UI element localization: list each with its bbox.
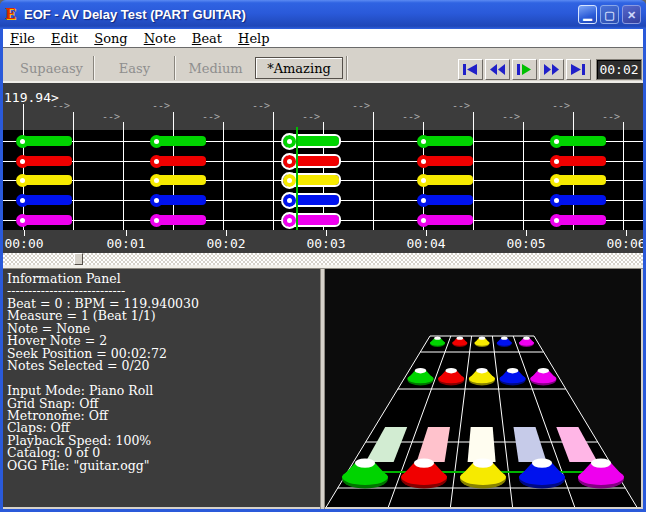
beat-arrow-icon: -->	[52, 101, 70, 111]
beat-arrow-icon: -->	[252, 101, 270, 111]
rewind-button[interactable]	[485, 59, 510, 80]
note-tail[interactable]	[22, 215, 72, 225]
note-center-dot	[287, 159, 292, 164]
tab-amazing[interactable]: *Amazing	[255, 57, 343, 79]
note[interactable]	[283, 155, 296, 168]
gem-top-highlight	[457, 337, 464, 340]
note[interactable]	[283, 214, 296, 227]
gem-top-highlight	[479, 337, 486, 340]
note-center-dot	[554, 178, 559, 183]
gem-skirt	[401, 469, 447, 485]
menu-item-help[interactable]: Help	[238, 31, 270, 46]
note-center-dot	[554, 159, 559, 164]
note[interactable]	[550, 214, 563, 227]
fast-forward-button[interactable]	[539, 59, 564, 80]
note[interactable]	[283, 194, 296, 207]
note[interactable]	[150, 194, 163, 207]
gem-skirt	[519, 340, 534, 345]
tab-supaeasy[interactable]: Supaeasy	[10, 57, 93, 79]
note[interactable]	[16, 194, 29, 207]
note-tail[interactable]	[156, 175, 206, 185]
note-tail[interactable]	[156, 156, 206, 166]
beat-line	[123, 130, 124, 230]
menu-item-beat[interactable]: Beat	[192, 31, 222, 46]
timeline[interactable]: 00:0000:0100:0200:0300:0400:0500:06	[3, 230, 643, 253]
note-tail[interactable]	[556, 215, 606, 225]
menu-item-file[interactable]: File	[10, 31, 35, 46]
timeline-label: 00:06	[606, 236, 643, 251]
note-tail[interactable]	[156, 215, 206, 225]
note[interactable]	[417, 174, 430, 187]
tab-medium[interactable]: Medium	[176, 57, 255, 79]
note[interactable]	[550, 194, 563, 207]
menu-item-edit[interactable]: Edit	[51, 31, 78, 46]
horizontal-scrollbar[interactable]	[3, 253, 643, 265]
note-tail[interactable]	[22, 136, 72, 146]
note-tail[interactable]	[423, 195, 473, 205]
note-tail[interactable]	[22, 195, 72, 205]
bpm-marker: 119.94>	[4, 90, 59, 105]
note-center-dot	[20, 198, 25, 203]
note-tail[interactable]	[556, 195, 606, 205]
minimize-button[interactable]: ▁	[578, 5, 597, 24]
beat-arrow-icon: -->	[302, 112, 320, 122]
note-tail[interactable]	[556, 156, 606, 166]
gem-skirt	[452, 340, 467, 345]
beat-line	[273, 130, 274, 230]
note-tail[interactable]	[423, 175, 473, 185]
note[interactable]	[16, 135, 29, 148]
gem-skirt	[408, 374, 434, 383]
note[interactable]	[16, 214, 29, 227]
note[interactable]	[283, 174, 296, 187]
beat-line-header	[223, 122, 224, 130]
beat-arrow-icon: -->	[102, 112, 120, 122]
play-button[interactable]	[512, 59, 537, 80]
3d-fretboard	[325, 269, 641, 509]
note[interactable]	[550, 135, 563, 148]
note-tail[interactable]	[556, 175, 606, 185]
note-center-dot	[154, 139, 159, 144]
note-center-dot	[154, 178, 159, 183]
note[interactable]	[417, 214, 430, 227]
note[interactable]	[550, 174, 563, 187]
scrollbar-thumb[interactable]	[74, 253, 83, 265]
note[interactable]	[150, 155, 163, 168]
note-tail[interactable]	[423, 215, 473, 225]
note[interactable]	[417, 135, 430, 148]
note-tail[interactable]	[22, 175, 72, 185]
note-tail[interactable]	[556, 136, 606, 146]
note-tail[interactable]	[423, 136, 473, 146]
note[interactable]	[16, 174, 29, 187]
note-center-dot	[287, 218, 292, 223]
beat-line	[523, 130, 524, 230]
note[interactable]	[16, 155, 29, 168]
note[interactable]	[417, 194, 430, 207]
note-tail[interactable]	[22, 156, 72, 166]
menu-item-song[interactable]: Song	[94, 31, 127, 46]
info-line: OGG File: "guitar.ogg"	[7, 460, 320, 472]
note[interactable]	[150, 174, 163, 187]
note[interactable]	[417, 155, 430, 168]
note[interactable]	[150, 135, 163, 148]
go-to-end-button[interactable]	[566, 59, 591, 80]
beat-arrow-icon: -->	[352, 101, 370, 111]
note[interactable]	[150, 214, 163, 227]
piano-roll-editor[interactable]: 119.94>-->-->-->-->-->-->-->-->-->-->-->…	[3, 83, 643, 253]
note-tail[interactable]	[156, 136, 206, 146]
note-tail[interactable]	[423, 156, 473, 166]
gem-skirt	[430, 340, 445, 345]
tab-easy[interactable]: Easy	[95, 57, 174, 79]
menu-item-note[interactable]: Note	[144, 31, 176, 46]
note-center-dot	[20, 159, 25, 164]
note-center-dot	[554, 139, 559, 144]
close-button[interactable]: ✕	[622, 5, 641, 24]
maximize-button[interactable]: ▢	[600, 5, 619, 24]
beat-arrow-icon: -->	[202, 112, 220, 122]
note[interactable]	[283, 135, 296, 148]
note-tail[interactable]	[156, 195, 206, 205]
window-title: EOF - AV Delay Test (PART GUITAR)	[24, 7, 575, 22]
beat-arrow-icon: -->	[502, 112, 520, 122]
timeline-label: 00:03	[306, 236, 345, 251]
go-to-start-button[interactable]	[458, 59, 483, 80]
note[interactable]	[550, 155, 563, 168]
